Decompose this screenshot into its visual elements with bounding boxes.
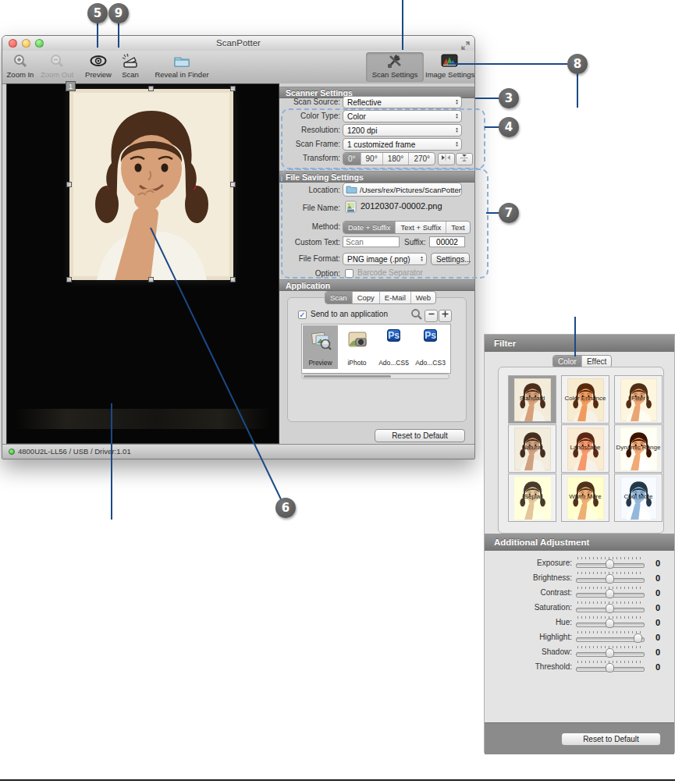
shadow-slider[interactable] [576,646,645,658]
callout-line-scan-settings [402,0,403,50]
callout-7-dashed-box [281,169,488,278]
filter-panel: Filter Color Effect Standard Color Enhan… [484,334,675,753]
remove-application-button[interactable] [425,310,438,322]
title-bar[interactable]: ScanPotter [2,36,474,51]
slider-thumb[interactable] [606,604,614,613]
tab-email[interactable]: E-Mail [380,292,411,303]
folder-icon [146,53,218,70]
zoom-in-button[interactable]: Zoom In [4,52,37,82]
toolbar-label: Reveal in Finder [146,70,218,79]
callout-8-line [448,63,567,65]
filter-tile-natural[interactable]: Natural [508,424,556,473]
callout-badge-3: 3 [499,88,519,108]
popup-arrows-icon: ▲▼ [453,99,461,105]
brightness-label: Brightness: [485,572,572,584]
app-name: Ado...CS3 [413,359,448,367]
frame-handle[interactable] [230,277,236,282]
filter-reset-to-default-button[interactable]: Reset to Default [561,733,661,746]
search-application-icon[interactable] [410,308,423,322]
contrast-value: 0 [650,587,666,599]
threshold-label: Threshold: [485,661,572,673]
threshold-slider[interactable] [576,661,645,673]
iphoto-app-icon [346,344,368,353]
callout-badge-8: 8 [567,54,588,74]
contrast-slider[interactable] [576,587,645,599]
filter-tile-filter[interactable]: Filter [614,375,663,424]
frame-handle[interactable] [66,182,72,187]
preview-button[interactable]: Preview [80,52,116,82]
filter-tile-label: Landscape [559,444,612,451]
app-item-photoshop-cs5[interactable]: Ps Ado...CS5 [376,325,411,369]
filter-tile-standard[interactable]: Standard [508,375,556,424]
histogram-icon [425,53,474,70]
filter-tile-color-enhance[interactable]: Color Enhance [561,375,609,424]
brightness-value: 0 [650,572,666,584]
filter-footer: Reset to Default [485,722,674,754]
callout-5-line [97,23,98,48]
send-to-application-checkbox[interactable]: ✓ [298,310,307,319]
toolbar-label: Scan [116,70,144,79]
app-item-iphoto[interactable]: iPhoto [339,325,375,369]
scrollbar-thumb[interactable] [304,375,391,378]
photoshop-icon: Ps [424,329,437,342]
frame-handle[interactable] [148,86,154,91]
frame-handle[interactable] [230,182,236,187]
app-item-photoshop-cs3[interactable]: Ps Ado...CS3 [413,325,448,369]
tab-web[interactable]: Web [411,292,435,303]
filter-tile-warm-more[interactable]: Warm More [561,474,609,522]
add-application-button[interactable] [439,310,452,322]
tools-icon [366,53,424,70]
filter-tile-sepia[interactable]: Sepia [508,474,556,522]
reveal-in-finder-button[interactable]: Reveal in Finder [146,52,218,82]
slider-thumb[interactable] [606,648,614,658]
brightness-slider[interactable] [576,572,645,584]
tab-color[interactable]: Color [553,356,582,367]
callout-line-color-tab [574,317,576,357]
scanner-icon [116,53,144,70]
tab-scan[interactable]: Scan [325,292,353,303]
tab-effect[interactable]: Effect [582,356,611,367]
scan-source-popup[interactable]: Reflective ▲▼ [343,96,462,108]
application-list: Preview iPhoto Ps Ado...CS5 Ps Ado...CS3 [301,324,451,374]
slider-thumb[interactable] [606,619,614,628]
exposure-value: 0 [650,557,666,569]
highlight-label: Highlight: [485,631,572,644]
scan-button[interactable]: Scan [116,52,144,82]
zoom-out-button[interactable]: Zoom Out [38,52,76,82]
exposure-slider[interactable] [576,557,645,569]
application-header: Application [279,279,474,291]
slider-thumb[interactable] [606,574,614,584]
filter-tile-dynamic-range[interactable]: Dynamic Range [614,424,663,473]
hue-slider[interactable] [576,616,645,629]
slider-thumb[interactable] [606,559,614,569]
scan-source-label: Scan Source: [279,96,340,108]
toolbar-label: Scan Settings [366,70,424,79]
scanner-online-icon [9,449,15,455]
slider-thumb[interactable] [606,589,614,598]
app-item-preview[interactable]: Preview [303,325,338,369]
app-name: Ado...CS5 [376,359,411,367]
eye-icon [80,53,116,70]
frame-handle[interactable] [230,86,236,91]
frame-handle[interactable] [148,277,154,282]
toolbar-label: Image Settings [425,70,474,79]
filter-tile-label: Sepia [506,493,559,500]
window-title: ScanPotter [2,38,474,48]
scan-settings-button[interactable]: Scan Settings [366,52,424,82]
callout-8-line-down [577,74,578,108]
filter-tile-cool-more[interactable]: Cool More [614,474,663,522]
send-to-application-label: Send to an application [311,310,388,318]
saturation-slider[interactable] [576,601,645,614]
slider-thumb[interactable] [606,663,614,672]
filter-tile-label: Dynamic Range [612,444,665,451]
highlight-slider[interactable] [576,631,645,644]
filter-header: Filter [485,335,674,352]
reset-to-default-button[interactable]: Reset to Default [375,429,465,442]
slider-thumb[interactable] [634,633,642,643]
image-settings-button[interactable]: Image Settings [425,52,474,82]
tab-copy[interactable]: Copy [353,292,380,303]
frame-handle[interactable] [66,277,72,282]
filter-tile-label: Filter [612,395,665,402]
application-scrollbar[interactable] [301,374,449,379]
filter-tile-landscape[interactable]: Landscape [561,424,609,473]
